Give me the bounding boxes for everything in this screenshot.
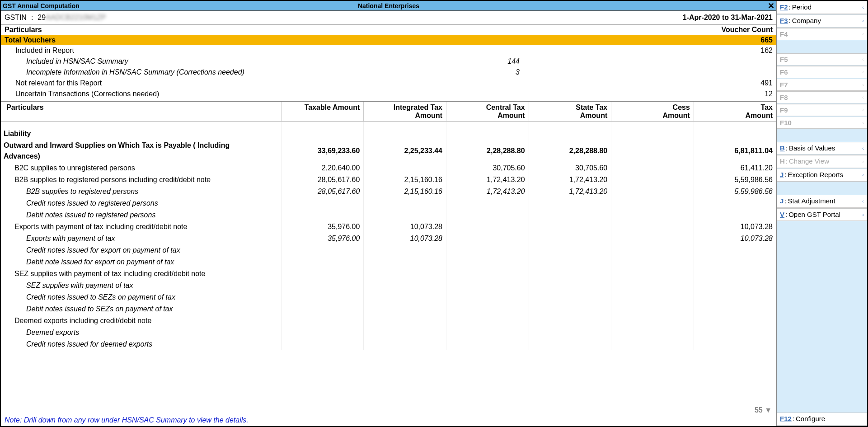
b2b-row[interactable]: B2B supplies to registered persons inclu…: [1, 174, 776, 186]
f6-button: F6‹: [777, 66, 867, 78]
deemed-row[interactable]: Deemed exports including credit/debit no…: [1, 315, 776, 327]
f4-button: F4‹: [777, 28, 867, 40]
incomplete-hsn-row[interactable]: Incomplete Information in HSN/SAC Summar…: [5, 67, 773, 78]
liability-section: Liability: [1, 122, 776, 140]
h-changeview-button: H:Change View‹: [777, 155, 867, 168]
liability-table: Particulars Taxable Amount Integrated Ta…: [1, 101, 776, 415]
col-taxable: Taxable Amount: [281, 102, 364, 122]
exports-cn-row[interactable]: Credit notes issued for export on paymen…: [1, 244, 776, 256]
footer-note: Note: Drill down from any row under HSN/…: [5, 416, 249, 424]
b2c-row[interactable]: B2C supplies to unregistered persons 2,2…: [1, 162, 776, 174]
b-basis-button[interactable]: B:Basis of Values‹: [777, 142, 867, 155]
col-tax: TaxAmount: [694, 102, 776, 122]
uncertain-row[interactable]: Uncertain Transactions (Corrections need…: [5, 89, 773, 99]
not-relevant-row[interactable]: Not relevant for this Report 491: [5, 78, 773, 89]
company-name: National Enterprises: [358, 2, 419, 9]
gstin-value: 29AADCB2210M1ZP: [38, 14, 106, 22]
total-vouchers-row[interactable]: Total Vouchers 665: [1, 35, 776, 45]
f2-period-button[interactable]: F2:Period‹: [777, 1, 867, 14]
sez-dn-row[interactable]: Debit notes issued to SEZs on payment of…: [1, 303, 776, 315]
page-indicator[interactable]: 55 ▼: [755, 406, 772, 414]
f8-button: F8‹: [777, 91, 867, 103]
close-icon[interactable]: ✕: [766, 1, 776, 11]
b2b-cn-row[interactable]: Credit notes issued to registered person…: [1, 197, 776, 209]
sez-row[interactable]: SEZ supplies with payment of tax includi…: [1, 268, 776, 280]
j-exception-button[interactable]: J:Exception Reports‹: [777, 169, 867, 182]
f3-company-button[interactable]: F3:Company‹: [777, 14, 867, 28]
col-particulars: Particulars: [1, 102, 281, 122]
exports-sub-row[interactable]: Exports with payment of tax 35,976.0010,…: [1, 233, 776, 244]
period-range: 1-Apr-2020 to 31-Mar-2021: [683, 14, 773, 22]
included-in-report-row[interactable]: Included in Report 162: [5, 45, 773, 56]
col-igst: Integrated TaxAmount: [364, 102, 446, 122]
main-panel: GST Annual Computation National Enterpri…: [1, 1, 777, 426]
exports-dn-row[interactable]: Debit note issued for export on payment …: [1, 256, 776, 268]
b2b-dn-row[interactable]: Debit notes issued to registered persons: [1, 209, 776, 221]
column-header-row: Particulars Taxable Amount Integrated Ta…: [1, 102, 776, 122]
sidebar: F2:Period‹ F3:Company‹ F4‹ F5‹ F6‹ F7‹ F…: [777, 1, 867, 426]
col-sgst: State TaxAmount: [529, 102, 611, 122]
col-cgst: Central TaxAmount: [446, 102, 529, 122]
voucher-summary: Included in Report 162 Included in HSN/S…: [1, 45, 776, 101]
gstin-label: GSTIN: [5, 14, 27, 22]
report-title: GST Annual Computation: [1, 2, 80, 9]
info-bar: GSTIN : 29AADCB2210M1ZP 1-Apr-2020 to 31…: [1, 11, 776, 25]
j-stat-button[interactable]: J:Stat Adjustment‹: [777, 195, 867, 208]
title-bar: GST Annual Computation National Enterpri…: [1, 1, 776, 11]
deemed-cn-row[interactable]: Credit notes issued for deemed exports: [1, 338, 776, 350]
f10-button: F10‹: [777, 117, 867, 129]
f5-button: F5‹: [777, 53, 867, 66]
v-portal-button[interactable]: V:Open GST Portal‹: [777, 208, 867, 221]
hsn-summary-row[interactable]: Included in HSN/SAC Summary 144: [5, 56, 773, 67]
footer: 55 ▼ Note: Drill down from any row under…: [1, 415, 776, 426]
col-cess: CessAmount: [611, 102, 694, 122]
voucher-header: Particulars Voucher Count: [1, 25, 776, 35]
exports-row[interactable]: Exports with payment of tax including cr…: [1, 221, 776, 233]
outward-inward-row[interactable]: Outward and Inward Supplies on Which Tax…: [1, 140, 776, 162]
f7-button: F7‹: [777, 79, 867, 91]
sez-cn-row[interactable]: Credit notes issued to SEZs on payment o…: [1, 291, 776, 303]
deemed-sub-row[interactable]: Deemed exports: [1, 327, 776, 338]
f12-configure-button[interactable]: F12:Configure: [777, 413, 867, 426]
b2b-sub-row[interactable]: B2B supplies to registered persons 28,05…: [1, 186, 776, 197]
sez-sub-row[interactable]: SEZ supplies with payment of tax: [1, 280, 776, 291]
f9-button: F9‹: [777, 104, 867, 116]
